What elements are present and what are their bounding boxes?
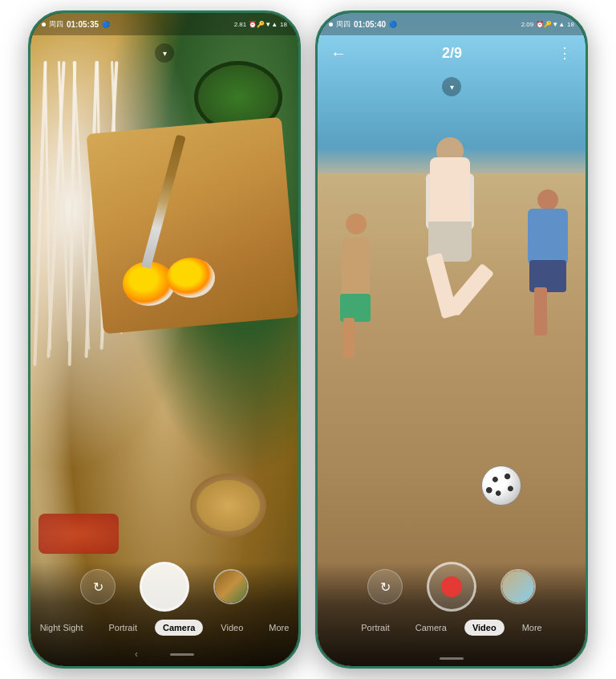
phone-1-frame: 周四 01:05:35 🔵 2.81 ⏰🔑▼▲ 18 ▾ ↻	[28, 10, 301, 669]
thumbnail-preview-2	[502, 571, 534, 603]
person-left-leg	[343, 318, 355, 358]
person-right	[521, 189, 573, 350]
cutting-board	[87, 117, 298, 334]
camera-controls-1: ↻	[30, 562, 298, 612]
person-kick-main	[414, 157, 486, 350]
nav-back[interactable]: ‹	[135, 649, 138, 660]
flip-icon-2: ↻	[380, 579, 391, 595]
status-left-2: 周四 01:05:40 🔵	[329, 19, 397, 30]
icons-2: ⏰🔑▼▲	[536, 21, 565, 28]
time-1: 01:05:35	[67, 20, 99, 29]
tab-more-2[interactable]: More	[514, 620, 550, 636]
record-dot	[441, 576, 462, 597]
thumbnail-button-2[interactable]	[500, 569, 536, 604]
status-right-2: 2.09 ⏰🔑▼▲ 18	[521, 21, 574, 28]
chevron-down-btn[interactable]: ▾	[155, 43, 174, 63]
time-2: 01:05:40	[354, 20, 386, 29]
day-label-1: 周四	[49, 19, 63, 30]
person-right-head	[537, 189, 558, 210]
flip-icon: ↻	[93, 579, 103, 595]
tab-video-2[interactable]: Video	[464, 620, 505, 636]
person-right-shirt	[528, 209, 568, 265]
veggie-pieces	[38, 514, 119, 554]
nav-bar-2	[318, 657, 586, 660]
camera-view-food: 周四 01:05:35 🔵 2.81 ⏰🔑▼▲ 18 ▾ ↻	[30, 13, 298, 666]
signal-dot	[42, 22, 46, 26]
person-left-head	[346, 213, 367, 234]
network-icon-2: 🔵	[389, 21, 397, 28]
chevron-icon: ▾	[163, 49, 167, 58]
status-bar-2: 周四 01:05:40 🔵 2.09 ⏰🔑▼▲ 18	[318, 13, 586, 35]
tab-more-1[interactable]: More	[261, 620, 297, 636]
back-button[interactable]: ←	[330, 44, 346, 63]
tab-portrait-2[interactable]: Portrait	[353, 620, 397, 636]
network-icon: 🔵	[102, 21, 110, 28]
photo-count: 2/9	[442, 45, 462, 62]
nav-indicator-2	[440, 657, 464, 660]
record-button[interactable]	[427, 562, 476, 612]
signal-dot-2	[329, 22, 333, 26]
more-options-button[interactable]: ⋮	[557, 44, 573, 62]
grain-bowl	[190, 474, 266, 538]
speed-1: 2.81	[234, 21, 247, 28]
phone-2-frame: 周四 01:05:40 🔵 2.09 ⏰🔑▼▲ 18 ← 2/9 ⋮ ▾	[315, 10, 588, 669]
camera-controls-2: ↻	[318, 562, 586, 612]
photo-header: ← 2/9 ⋮	[318, 35, 586, 71]
status-bar-1: 周四 01:05:35 🔵 2.81 ⏰🔑▼▲ 18	[30, 13, 298, 35]
thumbnail-preview	[215, 571, 247, 603]
chevron-down-btn-2[interactable]: ▾	[442, 77, 461, 96]
tab-camera-1[interactable]: Camera	[155, 620, 203, 636]
tab-video-1[interactable]: Video	[213, 620, 251, 636]
camera-ui-1: ↻ Night Sight Portrait Camera Video More…	[30, 562, 298, 666]
tab-night-sight[interactable]: Night Sight	[32, 620, 91, 636]
nav-bar-1: ‹	[30, 649, 298, 660]
status-left-1: 周四 01:05:35 🔵	[42, 19, 110, 30]
tab-portrait-1[interactable]: Portrait	[100, 620, 144, 636]
camera-ui-2: ↻ Portrait Camera Video More	[318, 562, 586, 666]
battery-1: 18	[280, 21, 287, 28]
person-left	[334, 213, 378, 350]
camera-view-soccer: 周四 01:05:40 🔵 2.09 ⏰🔑▼▲ 18 ← 2/9 ⋮ ▾	[318, 13, 586, 666]
chevron-icon-2: ▾	[450, 83, 454, 91]
flip-camera-btn[interactable]: ↻	[80, 569, 116, 604]
nav-indicator	[170, 653, 194, 656]
icons-1: ⏰🔑▼▲	[249, 21, 278, 28]
tab-camera-2[interactable]: Camera	[407, 620, 455, 636]
phone-2: 周四 01:05:40 🔵 2.09 ⏰🔑▼▲ 18 ← 2/9 ⋮ ▾	[315, 10, 588, 669]
flip-camera-btn-2[interactable]: ↻	[367, 569, 403, 604]
shutter-button[interactable]	[140, 562, 189, 612]
mode-tabs-1: Night Sight Portrait Camera Video More	[30, 620, 298, 636]
person-right-leg	[534, 287, 547, 335]
speed-2: 2.09	[521, 21, 534, 28]
egg-2	[167, 258, 215, 298]
day-label-2: 周四	[336, 19, 351, 30]
soccer-ball	[481, 466, 521, 506]
phone-1: 周四 01:05:35 🔵 2.81 ⏰🔑▼▲ 18 ▾ ↻	[28, 10, 301, 669]
battery-2: 18	[567, 21, 574, 28]
thumbnail-button[interactable]	[213, 569, 249, 604]
status-right-1: 2.81 ⏰🔑▼▲ 18	[234, 21, 287, 28]
person-left-body	[342, 238, 370, 302]
mode-tabs-2: Portrait Camera Video More	[318, 620, 586, 636]
